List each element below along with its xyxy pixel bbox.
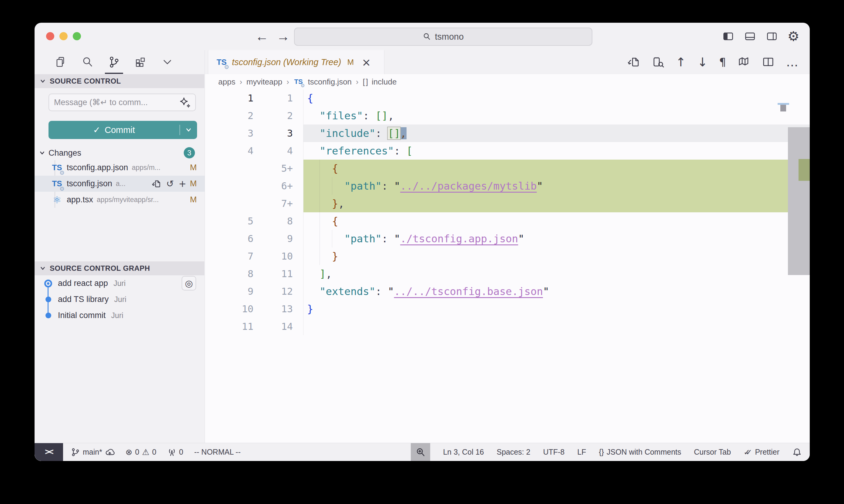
original-line-number: 6 bbox=[205, 230, 259, 248]
code-line[interactable]: 44 "references": [ bbox=[205, 142, 810, 160]
cursor-position-item[interactable]: Ln 3, Col 16 bbox=[443, 448, 484, 456]
split-editor-icon[interactable] bbox=[762, 56, 775, 69]
code-line[interactable]: 33 "include": [], bbox=[205, 125, 810, 142]
changed-file-row-selected[interactable]: TS⚙ tsconfig.json a... ↺ + M bbox=[35, 176, 205, 192]
file-name: app.tsx bbox=[67, 195, 93, 204]
previous-change-icon[interactable]: ↑ bbox=[676, 55, 686, 69]
notifications-bell-icon[interactable] bbox=[792, 447, 802, 457]
commit-button[interactable]: ✓ Commit bbox=[49, 121, 197, 139]
file-name: tsconfig.app.json bbox=[67, 163, 128, 172]
code-editor[interactable]: 11{22 "files": [],33 "include": [],44 "r… bbox=[205, 89, 810, 443]
goto-commit-target-icon[interactable]: ◎ bbox=[182, 276, 196, 290]
more-actions-icon[interactable]: … bbox=[786, 55, 798, 69]
code-line[interactable]: 710 } bbox=[205, 248, 810, 265]
toggle-secondary-sidebar-icon[interactable] bbox=[766, 30, 778, 42]
formatter-label: Prettier bbox=[755, 448, 779, 456]
source-control-graph-header[interactable]: SOURCE CONTROL GRAPH bbox=[35, 262, 204, 275]
code-line[interactable]: 58 { bbox=[205, 212, 810, 230]
tab-title: tsconfig.json (Working Tree) bbox=[232, 57, 341, 67]
close-tab-icon[interactable]: × bbox=[362, 56, 371, 69]
title-bar: ← → tsmono ⚙ bbox=[35, 23, 810, 50]
commit-message: Initial commit bbox=[58, 311, 106, 320]
breadcrumb-item-file[interactable]: tsconfig.json bbox=[308, 77, 352, 87]
breadcrumb-item-apps[interactable]: apps bbox=[218, 77, 235, 87]
problems-status-item[interactable]: ⊗ 0 ⚠ 0 bbox=[125, 447, 156, 457]
commit-row[interactable]: add react app Juri ◎ bbox=[35, 275, 205, 291]
branch-status-item[interactable]: main* bbox=[71, 447, 115, 457]
encoding-item[interactable]: UTF-8 bbox=[543, 448, 565, 456]
settings-gear-icon[interactable]: ⚙ bbox=[788, 30, 799, 43]
changed-file-row[interactable]: TS⚙ tsconfig.app.json apps/m... M bbox=[35, 160, 205, 176]
next-change-icon[interactable]: ↓ bbox=[697, 55, 708, 69]
map-icon[interactable] bbox=[738, 56, 750, 69]
code-line[interactable]: 912 "extends": "../../tsconfig.base.json… bbox=[205, 283, 810, 300]
explorer-icon[interactable] bbox=[54, 55, 67, 69]
open-file-icon[interactable] bbox=[627, 56, 640, 69]
cursor-tab-item[interactable]: Cursor Tab bbox=[694, 448, 731, 456]
original-line-number: 3 bbox=[205, 125, 259, 142]
command-center-search[interactable]: tsmono bbox=[294, 28, 592, 46]
forward-icon[interactable]: → bbox=[276, 29, 290, 44]
code-line-content: "files": [], bbox=[303, 107, 810, 125]
commit-author: Juri bbox=[114, 295, 126, 304]
discard-changes-icon[interactable]: ↺ bbox=[166, 179, 174, 188]
original-line-number: 8 bbox=[205, 265, 259, 283]
modified-line-number: 11 bbox=[259, 265, 303, 283]
commit-dropdown-button[interactable] bbox=[180, 126, 197, 133]
formatter-item[interactable]: ✓✓ Prettier bbox=[744, 448, 779, 457]
minimize-window-button[interactable] bbox=[59, 32, 68, 40]
language-mode-item[interactable]: {} JSON with Comments bbox=[599, 448, 681, 456]
more-views-chevron-icon[interactable] bbox=[161, 55, 174, 69]
source-control-view-icon[interactable] bbox=[107, 55, 121, 69]
modified-line-number: 10 bbox=[259, 248, 303, 265]
search-view-icon[interactable] bbox=[81, 55, 94, 69]
code-line[interactable]: 1114 bbox=[205, 318, 810, 335]
remote-indicator-button[interactable]: >< bbox=[35, 443, 63, 461]
zoom-window-button[interactable] bbox=[73, 32, 81, 40]
back-icon[interactable]: ← bbox=[255, 29, 269, 44]
editor-area: TS⚙ tsconfig.json (Working Tree) M × ↑ ↓… bbox=[205, 50, 810, 443]
toggle-panel-icon[interactable] bbox=[744, 30, 756, 42]
breadcrumb-item-myviteapp[interactable]: myviteapp bbox=[246, 77, 282, 87]
code-line[interactable]: 1013} bbox=[205, 300, 810, 318]
indentation-item[interactable]: Spaces: 2 bbox=[497, 448, 530, 456]
source-control-section-header[interactable]: SOURCE CONTROL bbox=[35, 74, 204, 88]
code-line[interactable]: 5+ { bbox=[205, 160, 810, 177]
vertical-scrollbar[interactable] bbox=[788, 127, 810, 275]
code-line[interactable]: 69 "path": "./tsconfig.app.json" bbox=[205, 230, 810, 248]
commit-row[interactable]: Initial commit Juri bbox=[35, 307, 205, 323]
modified-line-number: 12 bbox=[259, 283, 303, 300]
whitespace-toggle-icon[interactable]: ¶ bbox=[719, 55, 726, 69]
generate-commit-message-sparkle-icon[interactable] bbox=[179, 97, 190, 108]
code-line[interactable]: 11{ bbox=[205, 89, 810, 107]
changes-section-header[interactable]: Changes 3 bbox=[35, 146, 205, 160]
vim-mode-indicator[interactable]: -- NORMAL -- bbox=[194, 448, 240, 456]
commit-message-input[interactable]: Message (⌘↵ to comm... bbox=[49, 94, 196, 111]
screencast-zoom-button[interactable] bbox=[411, 443, 430, 461]
code-line[interactable]: 7+ }, bbox=[205, 195, 810, 212]
extensions-icon[interactable] bbox=[134, 55, 147, 69]
toggle-primary-sidebar-icon[interactable] bbox=[722, 30, 734, 42]
breadcrumb: apps › myviteapp › TS⚙ tsconfig.json › [… bbox=[205, 74, 810, 89]
commit-row[interactable]: add TS library Juri bbox=[35, 291, 205, 307]
code-line[interactable]: 22 "files": [], bbox=[205, 107, 810, 125]
close-window-button[interactable] bbox=[46, 32, 54, 40]
warning-count: 0 bbox=[152, 448, 156, 456]
ts-file-icon: TS⚙ bbox=[51, 178, 63, 190]
original-line-number: 2 bbox=[205, 107, 259, 125]
code-line[interactable]: 6+ "path": "../../packages/mytslib" bbox=[205, 177, 810, 195]
stage-changes-icon[interactable]: + bbox=[178, 179, 186, 188]
remote-icon: >< bbox=[45, 447, 53, 457]
code-line-content: "path": "../../packages/mytslib" bbox=[303, 177, 810, 195]
open-file-icon[interactable] bbox=[152, 179, 161, 189]
breadcrumb-item-symbol[interactable]: include bbox=[372, 77, 397, 87]
eol-item[interactable]: LF bbox=[577, 448, 586, 456]
code-line[interactable]: 811 ], bbox=[205, 265, 810, 283]
sidebar: SOURCE CONTROL Message (⌘↵ to comm... ✓ … bbox=[35, 50, 205, 443]
code-line-content: "extends": "../../tsconfig.base.json" bbox=[303, 283, 810, 300]
changed-file-row[interactable]: ⚛ app.tsx apps/myviteapp/sr... M bbox=[35, 192, 205, 208]
ports-status-item[interactable]: 0 bbox=[167, 448, 184, 457]
tab-tsconfig-working-tree[interactable]: TS⚙ tsconfig.json (Working Tree) M × bbox=[208, 50, 384, 74]
open-changes-icon[interactable] bbox=[652, 56, 664, 69]
search-value: tsmono bbox=[435, 32, 464, 42]
